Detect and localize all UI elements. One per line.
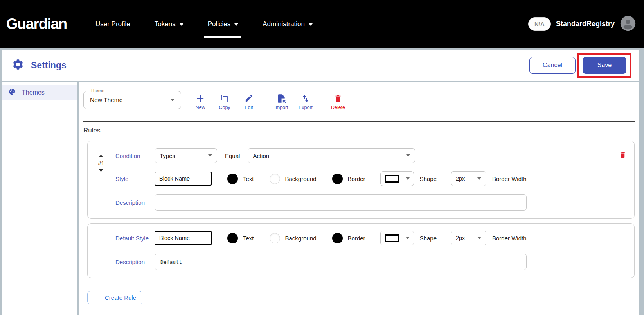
section-divider — [83, 121, 635, 122]
style-row: Style Block Name Text Background Border — [115, 171, 626, 186]
move-rule-up-icon[interactable] — [99, 154, 103, 157]
operator-label: Equal — [225, 152, 240, 159]
avatar[interactable] — [620, 15, 636, 33]
description-input[interactable] — [155, 194, 527, 211]
background-color-picker[interactable] — [270, 233, 280, 243]
theme-toolbar-row: Theme New Theme New — [83, 91, 635, 111]
background-color-swatch: Background — [254, 233, 317, 243]
chevron-down-icon — [406, 237, 410, 239]
condition-value-text: Action — [253, 152, 269, 159]
main-nav: User Profile Tokens Policies Administrat… — [95, 20, 313, 28]
border-width-label: Border Width — [492, 235, 527, 242]
rule-card-1: #1 Condition Types Equal Action — [87, 141, 635, 219]
description-label: Description — [115, 259, 155, 265]
content-area: Themes Theme New Theme New — [2, 82, 639, 315]
chevron-down-icon — [180, 23, 183, 26]
sidebar-item-themes[interactable]: Themes — [2, 85, 77, 100]
copy-theme-button[interactable]: Copy — [212, 93, 237, 110]
default-style-card: Default Style Block Name Text Background… — [87, 223, 635, 278]
border-color-picker[interactable] — [332, 174, 343, 184]
copy-icon — [220, 93, 229, 104]
shape-select[interactable] — [380, 171, 414, 186]
background-color-label: Background — [285, 175, 317, 182]
theme-select[interactable]: Theme New Theme — [83, 91, 181, 109]
toolbar-divider — [265, 93, 265, 111]
gear-icon — [12, 58, 24, 72]
chevron-down-icon — [234, 23, 238, 26]
copy-theme-label: Copy — [219, 105, 230, 110]
nav-user-profile-label: User Profile — [95, 20, 130, 28]
edit-theme-button[interactable]: Edit — [237, 93, 261, 110]
theme-actions-toolbar: New Copy — [188, 93, 350, 111]
shape-label: Shape — [420, 175, 437, 182]
nav-user-profile[interactable]: User Profile — [95, 20, 130, 28]
default-description-input[interactable] — [155, 254, 527, 270]
condition-row: Condition Types Equal Action — [115, 148, 626, 163]
background-color-label: Background — [285, 235, 317, 242]
block-style-preview[interactable]: Block Name — [155, 172, 212, 186]
chevron-down-icon — [477, 237, 481, 239]
themes-panel: Theme New Theme New — [79, 82, 639, 315]
edit-pencil-icon — [245, 93, 254, 104]
balance-badge: N\A — [528, 17, 551, 31]
border-color-swatch: Border — [317, 233, 365, 243]
new-theme-button[interactable]: New — [188, 93, 212, 110]
border-width-value: 2px — [456, 235, 465, 241]
delete-theme-label: Delete — [331, 105, 345, 110]
chevron-down-icon — [309, 23, 313, 26]
border-width-label: Border Width — [492, 175, 527, 182]
condition-type-select[interactable]: Types — [155, 148, 217, 163]
cancel-button[interactable]: Cancel — [529, 57, 576, 74]
background-color-picker[interactable] — [270, 174, 280, 184]
border-width-select[interactable]: 2px — [451, 171, 486, 186]
border-width-select[interactable]: 2px — [451, 231, 486, 245]
move-rule-down-icon[interactable] — [99, 169, 103, 172]
border-color-picker[interactable] — [332, 233, 343, 243]
block-style-preview[interactable]: Block Name — [155, 231, 212, 245]
rule-index: #1 — [98, 160, 104, 166]
description-label: Description — [115, 199, 155, 206]
default-style-label: Default Style — [115, 235, 155, 242]
edit-theme-label: Edit — [245, 105, 253, 110]
nav-administration[interactable]: Administration — [263, 20, 313, 28]
new-theme-label: New — [195, 105, 205, 110]
app-logo[interactable]: Guardian — [6, 16, 75, 32]
export-arrows-icon — [301, 93, 310, 104]
import-theme-label: Import — [274, 105, 288, 110]
nav-policies[interactable]: Policies — [208, 20, 239, 28]
nav-tokens[interactable]: Tokens — [155, 20, 183, 28]
page-frame: Settings Cancel Save Themes Theme — [0, 48, 644, 315]
nav-administration-label: Administration — [263, 20, 305, 28]
create-rule-label: Create Rule — [105, 294, 136, 301]
text-color-label: Text — [243, 235, 254, 242]
default-style-row: Default Style Block Name Text Background… — [115, 231, 626, 245]
username[interactable]: StandardRegistry — [556, 20, 615, 28]
condition-value-select[interactable]: Action — [248, 148, 415, 163]
border-width-value: 2px — [456, 175, 465, 182]
delete-rule-button[interactable] — [619, 151, 626, 160]
border-color-swatch: Border — [317, 174, 365, 184]
top-navbar: Guardian User Profile Tokens Policies Ad… — [0, 0, 644, 48]
description-row: Description — [115, 194, 626, 211]
border-color-label: Border — [348, 235, 365, 242]
text-color-swatch: Text — [212, 174, 254, 184]
chevron-down-icon — [208, 154, 212, 157]
text-color-swatch: Text — [212, 233, 254, 243]
export-theme-button[interactable]: Export — [293, 93, 318, 110]
rules-title: Rules — [83, 127, 635, 134]
import-theme-button[interactable]: Import — [269, 93, 293, 110]
save-button[interactable]: Save — [583, 57, 626, 74]
condition-type-value: Types — [160, 152, 175, 159]
rectangle-shape-icon — [385, 175, 399, 183]
text-color-picker[interactable] — [227, 174, 238, 184]
text-color-label: Text — [243, 175, 254, 182]
plus-icon — [94, 294, 101, 302]
text-color-picker[interactable] — [227, 233, 238, 243]
export-theme-label: Export — [299, 105, 313, 110]
shape-select[interactable] — [380, 231, 414, 245]
theme-select-label: Theme — [88, 88, 106, 93]
nav-tokens-label: Tokens — [155, 20, 176, 28]
create-rule-button[interactable]: Create Rule — [87, 291, 142, 304]
delete-theme-button[interactable]: Delete — [326, 93, 350, 110]
theme-select-value: New Theme — [90, 97, 122, 104]
